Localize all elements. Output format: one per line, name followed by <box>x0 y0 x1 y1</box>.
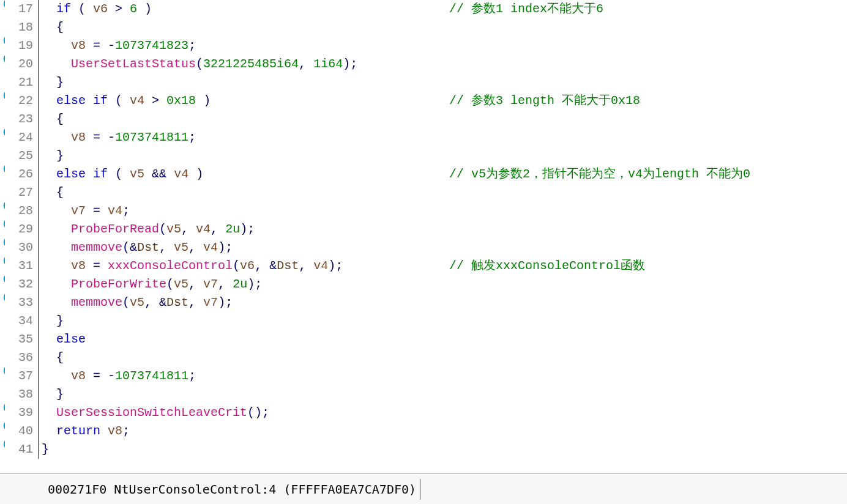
token-p: ); <box>343 57 357 71</box>
code-line[interactable]: 33 memmove(v5, &Dst, v7); <box>0 294 847 312</box>
code-line[interactable]: 26 else if ( v5 && v4 )// v5为参数2，指针不能为空，… <box>0 165 847 183</box>
breakpoint-gutter[interactable] <box>0 37 5 44</box>
breakpoint-gutter[interactable] <box>0 92 5 99</box>
code-content[interactable]: return v8; <box>39 422 847 440</box>
code-line[interactable]: 37 v8 = -1073741811; <box>0 367 847 385</box>
breakpoint-gutter[interactable] <box>0 128 5 136</box>
token-num: 1073741823 <box>115 39 188 53</box>
code-content[interactable]: memmove(&Dst, v5, v4); <box>39 239 847 257</box>
code-line[interactable]: 36 { <box>0 349 847 367</box>
code-content[interactable]: v8 = -1073741811; <box>39 128 847 147</box>
token-kw: if <box>56 2 71 16</box>
code-line[interactable]: 30 memmove(&Dst, v5, v4); <box>0 239 847 257</box>
code-line[interactable]: 28 v7 = v4; <box>0 202 847 220</box>
line-number: 18 <box>5 18 39 37</box>
breakpoint-gutter[interactable] <box>0 0 5 7</box>
breakpoint-gutter[interactable] <box>0 239 5 246</box>
code-content[interactable]: v7 = v4; <box>39 202 847 220</box>
code-content[interactable]: else if ( v4 > 0x18 )// 参数3 length 不能大于0… <box>39 92 847 110</box>
code-line[interactable]: 19 v8 = -1073741823; <box>0 37 847 55</box>
code-area[interactable]: 17 if ( v6 > 6 )// 参数1 index不能大于618 {19 … <box>0 0 847 473</box>
token-p: , & <box>255 259 277 273</box>
token-op: && <box>152 167 166 181</box>
code-content[interactable]: { <box>39 110 847 128</box>
code-line[interactable]: 32 ProbeForWrite(v5, v7, 2u); <box>0 275 847 294</box>
code-content[interactable]: memmove(v5, &Dst, v7); <box>39 294 847 312</box>
token-var: v4 <box>313 259 328 273</box>
code-content[interactable]: UserSessionSwitchLeaveCrit(); <box>39 404 847 422</box>
code-content[interactable]: ProbeForWrite(v5, v7, 2u); <box>39 275 847 294</box>
token-call: ProbeForRead <box>71 222 159 236</box>
code-content[interactable]: } <box>39 440 847 459</box>
breakpoint-gutter[interactable] <box>0 275 5 283</box>
code-content[interactable]: v8 = xxxConsoleControl(v6, &Dst, v4);// … <box>39 257 847 275</box>
breakpoint-gutter[interactable] <box>0 404 5 411</box>
code-content[interactable]: if ( v6 > 6 )// 参数1 index不能大于6 <box>39 0 847 18</box>
code-content[interactable]: } <box>39 73 847 92</box>
token-kw: if <box>93 167 108 181</box>
code-content[interactable]: { <box>39 183 847 202</box>
line-number: 26 <box>5 165 39 183</box>
code-line[interactable]: 41} <box>0 440 847 459</box>
token-p: , <box>188 277 203 291</box>
token-var: v7 <box>71 204 86 218</box>
token-p <box>42 2 56 16</box>
breakpoint-gutter[interactable] <box>0 294 5 301</box>
token-call: ProbeForWrite <box>71 277 166 291</box>
token-var: v5 <box>166 222 181 236</box>
code-line[interactable]: 20 UserSetLastStatus(3221225485i64, 1i64… <box>0 55 847 73</box>
token-p: ( <box>108 167 130 181</box>
code-content[interactable]: { <box>39 349 847 367</box>
token-call: memmove <box>71 240 122 254</box>
code-content[interactable]: else <box>39 330 847 349</box>
code-line[interactable]: 25 } <box>0 147 847 165</box>
breakpoint-gutter[interactable] <box>0 220 5 228</box>
line-number: 33 <box>5 294 39 312</box>
token-num: 2u <box>233 277 247 291</box>
code-content[interactable]: UserSetLastStatus(3221225485i64, 1i64); <box>39 55 847 73</box>
token-op: = <box>86 204 108 218</box>
code-content[interactable]: } <box>39 312 847 330</box>
code-line[interactable]: 31 v8 = xxxConsoleControl(v6, &Dst, v4);… <box>0 257 847 275</box>
code-content[interactable]: } <box>39 147 847 165</box>
token-p: } <box>42 149 64 163</box>
code-line[interactable]: 17 if ( v6 > 6 )// 参数1 index不能大于6 <box>0 0 847 18</box>
token-p <box>42 240 71 254</box>
code-content[interactable]: ProbeForRead(v5, v4, 2u); <box>39 220 847 239</box>
code-line[interactable]: 38 } <box>0 385 847 404</box>
code-line[interactable]: 21 } <box>0 73 847 92</box>
token-var: v4 <box>203 240 218 254</box>
breakpoint-gutter[interactable] <box>0 367 5 374</box>
code-content[interactable]: v8 = -1073741811; <box>39 367 847 385</box>
token-p: , & <box>144 295 166 309</box>
code-line[interactable]: 29 ProbeForRead(v5, v4, 2u); <box>0 220 847 239</box>
line-number: 25 <box>5 147 39 165</box>
breakpoint-gutter[interactable] <box>0 257 5 264</box>
breakpoint-gutter[interactable] <box>0 55 5 62</box>
token-p: ); <box>218 295 233 309</box>
token-num: 0x18 <box>166 94 196 108</box>
token-p: } <box>42 442 49 456</box>
token-p <box>42 130 71 144</box>
code-line[interactable]: 24 v8 = -1073741811; <box>0 128 847 147</box>
code-content[interactable]: { <box>39 18 847 37</box>
code-line[interactable]: 40 return v8; <box>0 422 847 440</box>
code-line[interactable]: 27 { <box>0 183 847 202</box>
code-line[interactable]: 34 } <box>0 312 847 330</box>
breakpoint-gutter[interactable] <box>0 440 5 448</box>
code-line[interactable]: 22 else if ( v4 > 0x18 )// 参数3 length 不能… <box>0 92 847 110</box>
code-content[interactable]: v8 = -1073741823; <box>39 37 847 55</box>
code-line[interactable]: 23 { <box>0 110 847 128</box>
token-p <box>42 167 56 181</box>
token-num: 1i64 <box>313 57 343 71</box>
token-var: v5 <box>130 295 144 309</box>
code-line[interactable]: 35 else <box>0 330 847 349</box>
code-content[interactable]: } <box>39 385 847 404</box>
token-p <box>42 406 56 420</box>
code-line[interactable]: 39 UserSessionSwitchLeaveCrit(); <box>0 404 847 422</box>
breakpoint-gutter[interactable] <box>0 202 5 209</box>
code-content[interactable]: else if ( v5 && v4 )// v5为参数2，指针不能为空，v4为… <box>39 165 847 183</box>
breakpoint-gutter[interactable] <box>0 165 5 172</box>
code-line[interactable]: 18 { <box>0 18 847 37</box>
breakpoint-gutter[interactable] <box>0 422 5 429</box>
